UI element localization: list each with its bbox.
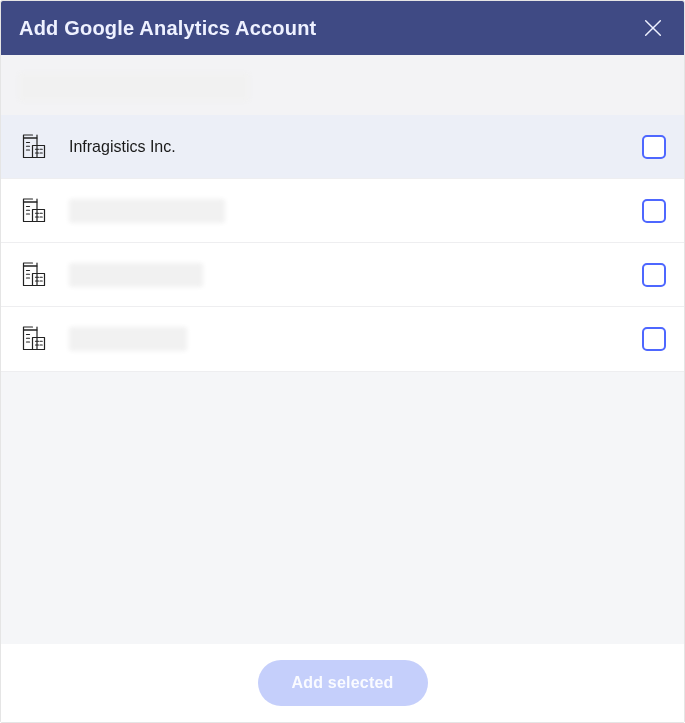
search-area xyxy=(1,55,684,115)
dialog-header: Add Google Analytics Account xyxy=(1,1,684,55)
organization-icon xyxy=(19,324,49,354)
account-checkbox[interactable] xyxy=(642,263,666,287)
redacted-text xyxy=(69,199,225,223)
dialog-title: Add Google Analytics Account xyxy=(19,17,316,40)
account-checkbox[interactable] xyxy=(642,135,666,159)
svg-rect-6 xyxy=(33,145,45,157)
add-selected-button[interactable]: Add selected xyxy=(258,660,428,706)
svg-rect-2 xyxy=(24,138,38,158)
svg-rect-11 xyxy=(24,202,38,222)
account-row[interactable] xyxy=(1,243,684,307)
empty-area xyxy=(1,371,684,644)
redacted-text xyxy=(69,327,187,351)
organization-icon xyxy=(19,260,49,290)
close-button[interactable] xyxy=(640,15,666,41)
account-name xyxy=(69,327,622,351)
account-list: Infragistics Inc. xyxy=(1,115,684,371)
svg-rect-20 xyxy=(24,266,38,286)
organization-icon xyxy=(19,132,49,162)
account-name: Infragistics Inc. xyxy=(69,138,622,156)
account-checkbox[interactable] xyxy=(642,327,666,351)
svg-rect-24 xyxy=(33,273,45,285)
svg-rect-33 xyxy=(33,338,45,350)
search-input-redacted[interactable] xyxy=(19,73,249,101)
dialog-footer: Add selected xyxy=(1,644,684,722)
account-row[interactable] xyxy=(1,179,684,243)
redacted-text xyxy=(69,263,203,287)
close-icon xyxy=(642,17,664,39)
account-name xyxy=(69,199,622,223)
svg-rect-15 xyxy=(33,209,45,221)
account-name xyxy=(69,263,622,287)
account-row[interactable]: Infragistics Inc. xyxy=(1,115,684,179)
account-checkbox[interactable] xyxy=(642,199,666,223)
organization-icon xyxy=(19,196,49,226)
account-row[interactable] xyxy=(1,307,684,371)
svg-rect-29 xyxy=(24,330,38,350)
add-analytics-dialog: Add Google Analytics Account Infragistic… xyxy=(0,0,685,723)
